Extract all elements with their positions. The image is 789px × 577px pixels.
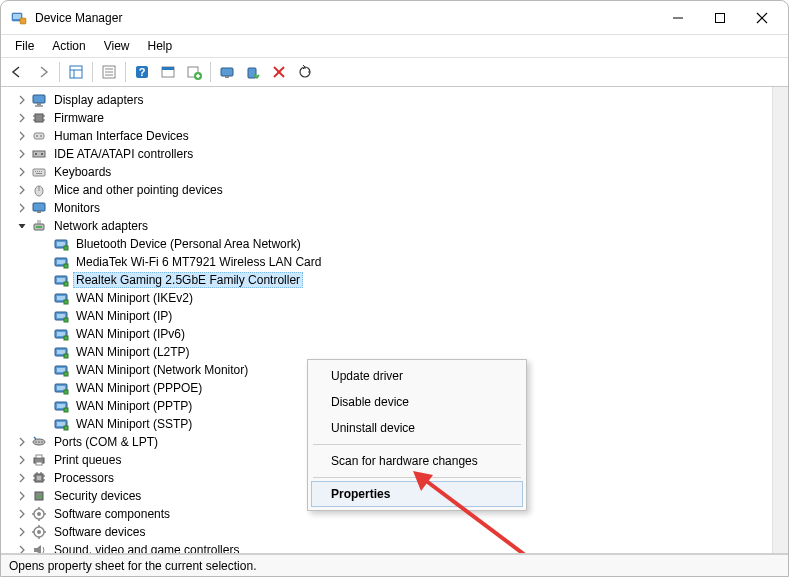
tree-item-label[interactable]: Print queues [51, 452, 124, 468]
ctx-uninstall-device[interactable]: Uninstall device [311, 415, 523, 441]
svg-rect-44 [37, 171, 38, 172]
tree-row[interactable]: Bluetooth Device (Personal Area Network) [7, 235, 772, 253]
tree-row[interactable]: Software devices [7, 523, 772, 541]
expander-none [37, 417, 51, 431]
vertical-scrollbar[interactable] [772, 87, 788, 553]
menu-help[interactable]: Help [140, 37, 181, 55]
net-icon [53, 416, 69, 432]
tree-item-label[interactable]: WAN Miniport (SSTP) [73, 416, 195, 432]
net-icon [53, 380, 69, 396]
svg-point-89 [38, 441, 40, 443]
tree-item-label[interactable]: WAN Miniport (PPPOE) [73, 380, 205, 396]
toolbar-separator [92, 62, 93, 82]
tree-item-label[interactable]: Mice and other pointing devices [51, 182, 226, 198]
expander-closed-icon[interactable] [15, 489, 29, 503]
tree-item-label[interactable]: Keyboards [51, 164, 114, 180]
expander-closed-icon[interactable] [15, 435, 29, 449]
expander-closed-icon[interactable] [15, 471, 29, 485]
tree-item-label[interactable]: Firmware [51, 110, 107, 126]
tree-item-label[interactable]: WAN Miniport (IP) [73, 308, 175, 324]
minimize-button[interactable] [668, 8, 688, 28]
menu-file[interactable]: File [7, 37, 42, 55]
tree-row[interactable]: Monitors [7, 199, 772, 217]
tree-row[interactable]: MediaTek Wi-Fi 6 MT7921 Wireless LAN Car… [7, 253, 772, 271]
ctx-scan[interactable]: Scan for hardware changes [311, 448, 523, 474]
ctx-disable-device[interactable]: Disable device [311, 389, 523, 415]
ctx-update-driver[interactable]: Update driver [311, 363, 523, 389]
tree-row[interactable]: Keyboards [7, 163, 772, 181]
menu-action[interactable]: Action [44, 37, 93, 55]
status-bar: Opens property sheet for the current sel… [1, 554, 788, 576]
tree-item-label[interactable]: Realtek Gaming 2.5GbE Family Controller [73, 272, 303, 288]
tree-item-label[interactable]: Sound, video and game controllers [51, 542, 242, 553]
tree-item-label[interactable]: WAN Miniport (L2TP) [73, 344, 193, 360]
tree-item-label[interactable]: Human Interface Devices [51, 128, 192, 144]
tree-item-label[interactable]: WAN Miniport (IPv6) [73, 326, 188, 342]
expander-none [37, 255, 51, 269]
tree-item-label[interactable]: Ports (COM & LPT) [51, 434, 161, 450]
tree-row[interactable]: Human Interface Devices [7, 127, 772, 145]
tree-row[interactable]: WAN Miniport (IP) [7, 307, 772, 325]
tree-item-label[interactable]: Network adapters [51, 218, 151, 234]
tree-row[interactable]: Sound, video and game controllers [7, 541, 772, 553]
tree-item-label[interactable]: WAN Miniport (PPTP) [73, 398, 195, 414]
tree-item-label[interactable]: Monitors [51, 200, 103, 216]
disable-button[interactable] [267, 60, 291, 84]
tree-item-label[interactable]: Display adapters [51, 92, 146, 108]
tree-item-label[interactable]: Processors [51, 470, 117, 486]
tree-item-label[interactable]: Bluetooth Device (Personal Area Network) [73, 236, 304, 252]
svg-rect-46 [41, 171, 42, 172]
close-button[interactable] [752, 8, 772, 28]
tree-item-label[interactable]: IDE ATA/ATAPI controllers [51, 146, 196, 162]
action-button[interactable] [156, 60, 180, 84]
tree-item-label[interactable]: Software devices [51, 524, 148, 540]
maximize-button[interactable] [710, 8, 730, 28]
tree-item-label[interactable]: Security devices [51, 488, 144, 504]
tree-row[interactable]: IDE ATA/ATAPI controllers [7, 145, 772, 163]
svg-rect-73 [57, 350, 65, 354]
expander-closed-icon[interactable] [15, 543, 29, 553]
show-hide-tree-button[interactable] [64, 60, 88, 84]
sw-icon [31, 524, 47, 540]
tree-row[interactable]: Realtek Gaming 2.5GbE Family Controller [7, 271, 772, 289]
tree-row[interactable]: Display adapters [7, 91, 772, 109]
expander-closed-icon[interactable] [15, 525, 29, 539]
tree-item-label[interactable]: WAN Miniport (IKEv2) [73, 290, 196, 306]
tree-row[interactable]: Network adapters [7, 217, 772, 235]
add-legacy-button[interactable] [182, 60, 206, 84]
tree-row[interactable]: WAN Miniport (IKEv2) [7, 289, 772, 307]
ide-icon [31, 146, 47, 162]
uninstall-button[interactable] [241, 60, 265, 84]
forward-button[interactable] [31, 60, 55, 84]
sw-icon [31, 506, 47, 522]
expander-closed-icon[interactable] [15, 183, 29, 197]
help-button[interactable]: ? [130, 60, 154, 84]
menu-view[interactable]: View [96, 37, 138, 55]
expander-closed-icon[interactable] [15, 201, 29, 215]
tree-item-label[interactable]: Software components [51, 506, 173, 522]
scan-button[interactable] [293, 60, 317, 84]
tree-row[interactable]: Firmware [7, 109, 772, 127]
expander-closed-icon[interactable] [15, 147, 29, 161]
tree-row[interactable]: Mice and other pointing devices [7, 181, 772, 199]
expander-closed-icon[interactable] [15, 129, 29, 143]
tree-item-label[interactable]: MediaTek Wi-Fi 6 MT7921 Wireless LAN Car… [73, 254, 324, 270]
tree-item-label[interactable]: WAN Miniport (Network Monitor) [73, 362, 251, 378]
update-driver-button[interactable] [215, 60, 239, 84]
context-menu: Update driver Disable device Uninstall d… [307, 359, 527, 511]
expander-closed-icon[interactable] [15, 111, 29, 125]
expander-closed-icon[interactable] [15, 93, 29, 107]
net-icon [53, 272, 69, 288]
tree-row[interactable]: WAN Miniport (IPv6) [7, 325, 772, 343]
expander-closed-icon[interactable] [15, 453, 29, 467]
svg-rect-83 [64, 408, 68, 412]
toolbar: ? [1, 57, 788, 87]
ctx-properties[interactable]: Properties [311, 481, 523, 507]
back-button[interactable] [5, 60, 29, 84]
svg-rect-47 [36, 173, 42, 174]
expander-closed-icon[interactable] [15, 507, 29, 521]
properties-button[interactable] [97, 60, 121, 84]
expander-closed-icon[interactable] [15, 165, 29, 179]
svg-rect-93 [36, 462, 42, 465]
expander-open-icon[interactable] [15, 219, 29, 233]
